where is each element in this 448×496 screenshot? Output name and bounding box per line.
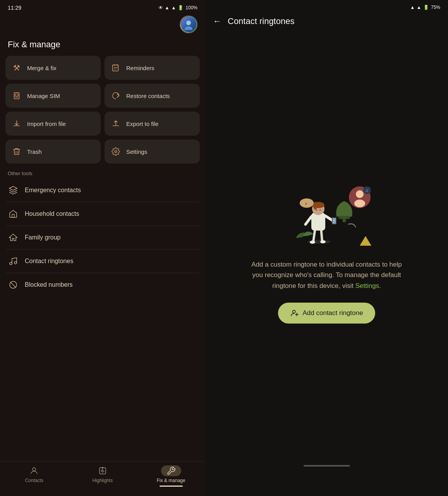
restore-contacts-icon: [111, 91, 121, 101]
import-from-file-icon: [12, 119, 22, 129]
battery-pct: 100%: [185, 5, 197, 10]
signal-icon-right: ▲: [417, 5, 421, 10]
emergency-contacts-item[interactable]: Emergency contacts: [6, 179, 199, 202]
svg-line-30: [306, 217, 311, 224]
svg-point-1: [185, 26, 192, 30]
avatar[interactable]: [180, 16, 197, 33]
svg-rect-4: [117, 64, 118, 66]
contacts-nav-icon: [29, 465, 39, 476]
contact-ringtones-item[interactable]: Contact ringtones: [6, 250, 199, 273]
avatar-inner: [181, 17, 196, 32]
avatar-image: [183, 19, 194, 30]
fix-manage-nav-label: Fix & manage: [157, 478, 185, 483]
restore-contacts-label: Restore contacts: [126, 93, 170, 99]
list-items: Emergency contacts Household contacts Fa…: [0, 179, 205, 296]
reminders-button[interactable]: Reminders: [105, 56, 200, 80]
right-panel: ▲ ▲ 🔋 75% ← Contact ringtones: [205, 0, 448, 496]
add-person-icon: [290, 309, 299, 317]
svg-point-43: [319, 209, 321, 211]
right-panel-title: Contact ringtones: [228, 16, 294, 26]
avatar-row: [0, 14, 205, 36]
signal-icon: ▲: [171, 5, 176, 10]
contact-ringtones-label: Contact ringtones: [25, 258, 73, 265]
contacts-nav-label: Contacts: [25, 478, 43, 483]
trash-button[interactable]: Trash: [5, 140, 101, 164]
family-group-item[interactable]: Family group: [6, 226, 199, 250]
svg-point-18: [33, 468, 36, 471]
nav-fix-manage[interactable]: Fix & manage: [137, 465, 205, 487]
svg-rect-36: [333, 218, 336, 224]
svg-rect-39: [338, 216, 350, 219]
manage-sim-label: Manage SIM: [27, 93, 60, 99]
other-tools-label: Other tools: [0, 165, 205, 179]
svg-rect-13: [12, 214, 14, 217]
svg-rect-3: [114, 64, 115, 66]
right-bottom-bar: [205, 461, 448, 496]
illustration-svg: ♪ ♫: [276, 170, 377, 248]
export-to-file-icon: [111, 119, 121, 129]
back-button[interactable]: ←: [213, 16, 221, 26]
nav-contacts[interactable]: Contacts: [0, 465, 69, 483]
manage-sim-button[interactable]: Manage SIM: [5, 84, 101, 108]
ringtone-illustration: ♪ ♫: [276, 170, 377, 248]
svg-point-28: [320, 240, 326, 243]
svg-point-34: [313, 202, 317, 210]
nav-active-indicator: [160, 486, 183, 487]
svg-point-50: [292, 310, 295, 313]
bottom-home-indicator: [304, 465, 350, 467]
import-from-file-button[interactable]: Import from file: [5, 112, 101, 136]
trash-icon: [12, 146, 22, 157]
settings-link[interactable]: Settings: [355, 282, 379, 289]
highlights-nav-label: Highlights: [93, 478, 113, 483]
household-contacts-label: Household contacts: [25, 210, 79, 217]
svg-marker-41: [360, 236, 371, 246]
battery-icon-right: 🔋: [423, 5, 429, 10]
settings-icon: [111, 146, 121, 157]
merge-fix-label: Merge & fix: [27, 65, 57, 71]
family-group-label: Family group: [25, 234, 60, 241]
svg-point-46: [354, 200, 365, 207]
svg-text:♫: ♫: [365, 188, 368, 193]
battery-pct-right: 75%: [431, 5, 440, 10]
svg-rect-7: [14, 93, 19, 99]
settings-button[interactable]: Settings: [105, 140, 200, 164]
battery-icon: 🔋: [178, 5, 184, 10]
fix-manage-nav-icon: [161, 465, 181, 476]
manage-sim-icon: [12, 91, 22, 101]
svg-point-0: [186, 21, 191, 25]
household-contacts-item[interactable]: Household contacts: [6, 202, 199, 226]
emergency-contacts-label: Emergency contacts: [25, 187, 81, 194]
merge-fix-icon: ⚒: [12, 63, 22, 73]
section-title: Fix & manage: [0, 36, 205, 56]
svg-point-27: [310, 241, 315, 244]
description-text: Add a custom ringtone to individual cont…: [245, 259, 408, 291]
merge-fix-button[interactable]: ⚒ Merge & fix: [5, 56, 101, 80]
status-bar-left: 11:29 👁 ▲ ▲ 🔋 100%: [0, 0, 205, 14]
svg-line-17: [10, 282, 16, 288]
export-to-file-button[interactable]: Export to file: [105, 112, 200, 136]
svg-point-14: [10, 262, 12, 265]
status-icons-left: 👁 ▲ ▲ 🔋 100%: [158, 5, 197, 10]
reminders-icon: [111, 63, 121, 73]
blocked-numbers-label: Blocked numbers: [25, 281, 73, 288]
svg-line-31: [325, 216, 333, 220]
nav-highlights[interactable]: Highlights: [69, 465, 137, 483]
time-left: 11:29: [8, 5, 21, 11]
bottom-nav: Contacts Highlights Fix & manage: [0, 461, 205, 496]
family-group-icon: [8, 232, 19, 243]
blocked-numbers-item[interactable]: Blocked numbers: [6, 273, 199, 296]
restore-contacts-button[interactable]: Restore contacts: [105, 84, 200, 108]
svg-point-15: [14, 262, 17, 264]
svg-rect-29: [311, 213, 325, 231]
svg-point-23: [102, 467, 103, 468]
svg-point-45: [356, 190, 364, 198]
wifi-icon-right: ▲: [410, 5, 415, 10]
grid-buttons: ⚒ Merge & fix Reminders: [0, 56, 205, 164]
trash-label: Trash: [27, 148, 42, 155]
reminders-label: Reminders: [126, 65, 154, 71]
blocked-numbers-icon: [8, 279, 19, 290]
svg-point-40: [342, 219, 346, 222]
eye-icon: 👁: [158, 5, 163, 10]
add-contact-ringtone-button[interactable]: Add contact ringtone: [278, 303, 376, 324]
emergency-contacts-icon: [8, 185, 19, 196]
